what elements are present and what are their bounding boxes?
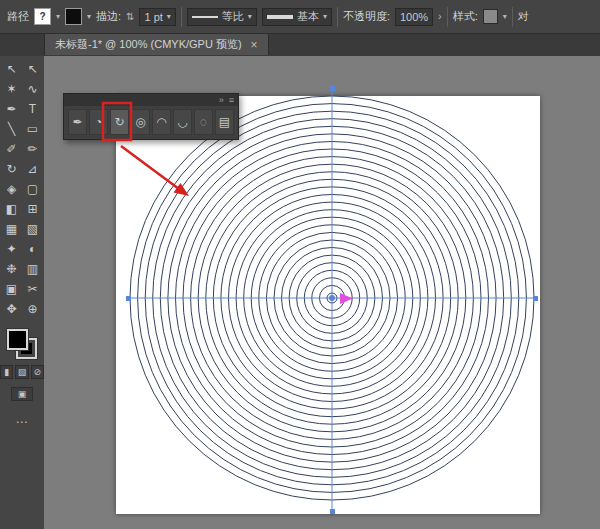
eyedropper-tool-icon[interactable]: ✦ bbox=[1, 239, 22, 259]
paintbrush-tool-icon[interactable]: ✐ bbox=[1, 139, 22, 159]
line-segment-tool-icon[interactable]: ╲ bbox=[1, 119, 22, 139]
center-marker-arrow bbox=[340, 293, 353, 304]
shape-builder-tool-icon[interactable]: ◧ bbox=[1, 199, 22, 219]
opacity-value: 100% bbox=[400, 11, 428, 23]
document-tab-title: 未标题-1* @ 100% (CMYK/GPU 预览) bbox=[55, 37, 242, 52]
stroke-weight-value: 1 pt bbox=[144, 11, 162, 23]
width-profile-dropdown[interactable]: 等比 ▾ bbox=[187, 8, 257, 26]
rotate-circle-icon[interactable]: ↻ bbox=[110, 109, 129, 135]
control-bar: 路径 ? ▾ ▾ 描边: ⇅ 1 pt ▾ 等比 ▾ 基本 ▾ 不透明度: 10… bbox=[0, 0, 600, 34]
pen-tool-icon[interactable]: ✒ bbox=[1, 99, 22, 119]
arc-down-icon[interactable]: ◡ bbox=[173, 109, 192, 135]
guide-anchor-bottom bbox=[330, 509, 335, 514]
arc-up-icon[interactable]: ◠ bbox=[152, 109, 171, 135]
concentric-target-icon[interactable]: ◎ bbox=[131, 109, 150, 135]
brush-definition-label: 基本 bbox=[297, 9, 319, 24]
opacity-field[interactable]: 100% bbox=[395, 8, 433, 26]
quarter-circle-icon[interactable]: ◔ bbox=[89, 109, 108, 135]
stroke-color-swatch[interactable] bbox=[65, 8, 82, 25]
mesh-tool-icon[interactable]: ▦ bbox=[1, 219, 22, 239]
magic-wand-tool-icon[interactable]: ✶ bbox=[1, 79, 22, 99]
opacity-label: 不透明度: bbox=[343, 9, 390, 24]
stroke-weight-stepper-icon[interactable]: ⇅ bbox=[126, 12, 134, 22]
symbol-sprayer-tool-icon[interactable]: ❉ bbox=[1, 259, 22, 279]
more-tools-button[interactable]: ⋯ bbox=[0, 415, 44, 429]
panel-titlebar: » ≡ bbox=[64, 94, 238, 106]
width-profile-preview bbox=[192, 16, 218, 18]
style-dropdown-icon[interactable]: ▾ bbox=[503, 13, 507, 21]
fill-dropdown-icon[interactable]: ▾ bbox=[56, 13, 60, 21]
rotate-tool-icon[interactable]: ↻ bbox=[1, 159, 22, 179]
scale-tool-icon[interactable]: ⊿ bbox=[22, 159, 43, 179]
separator bbox=[181, 7, 182, 27]
lasso-tool-icon[interactable]: ∿ bbox=[22, 79, 43, 99]
none-button[interactable]: ⊘ bbox=[31, 365, 44, 379]
brush-definition-dropdown-icon: ▾ bbox=[323, 13, 327, 21]
fill-stroke-indicator[interactable] bbox=[7, 329, 37, 359]
align-label: 对 bbox=[518, 9, 529, 24]
stroke-weight-field[interactable]: 1 pt ▾ bbox=[139, 8, 175, 26]
blend-tool-icon[interactable]: ◐ bbox=[22, 239, 43, 259]
style-label: 样式: bbox=[453, 9, 478, 24]
pencil-tool-icon[interactable]: ✏ bbox=[22, 139, 43, 159]
gradient-button[interactable]: ▧ bbox=[15, 365, 28, 379]
style-swatch[interactable] bbox=[483, 9, 498, 24]
column-graph-tool-icon[interactable]: ▥ bbox=[22, 259, 43, 279]
slice-tool-icon[interactable]: ✂ bbox=[22, 279, 43, 299]
width-profile-dropdown-icon: ▾ bbox=[248, 13, 252, 21]
stroke-weight-label: 描边: bbox=[96, 9, 121, 24]
stroke-dropdown-icon[interactable]: ▾ bbox=[87, 13, 91, 21]
fill-proxy-swatch[interactable] bbox=[7, 329, 28, 350]
illustrator-window: 路径 ? ▾ ▾ 描边: ⇅ 1 pt ▾ 等比 ▾ 基本 ▾ 不透明度: 10… bbox=[0, 0, 600, 529]
tab-close-icon[interactable]: × bbox=[251, 38, 258, 52]
width-profile-label: 等比 bbox=[222, 9, 244, 24]
color-mode-row: ▮ ▧ ⊘ bbox=[0, 365, 44, 379]
center-anchor-point bbox=[329, 295, 335, 301]
artboard-tool-icon[interactable]: ▣ bbox=[1, 279, 22, 299]
tool-grid: ↖↖✶∿✒T╲▭✐✏↻⊿◈▢◧⊞▦▧✦◐❉▥▣✂✥⊕ bbox=[0, 56, 44, 319]
panel-menu-icon[interactable]: ≡ bbox=[229, 95, 234, 105]
guide-anchor-right bbox=[533, 296, 538, 301]
direct-selection-tool-icon[interactable]: ↖ bbox=[22, 59, 43, 79]
zoom-tool-icon[interactable]: ⊕ bbox=[22, 299, 43, 319]
color-button[interactable]: ▮ bbox=[0, 365, 13, 379]
guides-group bbox=[126, 86, 538, 514]
drawing-mode-row: ▣ bbox=[0, 387, 44, 401]
guide-anchor-left bbox=[126, 296, 131, 301]
drawing-mode-button[interactable]: ▣ bbox=[11, 387, 33, 401]
selection-type-label: 路径 bbox=[7, 9, 29, 24]
fill-color-swatch[interactable]: ? bbox=[34, 8, 51, 25]
panel-button-row: ✒◔↻◎◠◡◌▤ bbox=[64, 106, 238, 138]
floating-tool-panel[interactable]: » ≡ ✒◔↻◎◠◡◌▤ bbox=[63, 93, 239, 140]
panel-collapse-icon[interactable]: » bbox=[219, 95, 224, 105]
width-tool-icon[interactable]: ◈ bbox=[1, 179, 22, 199]
document-tab-bar: 未标题-1* @ 100% (CMYK/GPU 预览) × bbox=[0, 34, 600, 57]
brush-definition-preview bbox=[267, 15, 293, 19]
type-tool-icon[interactable]: T bbox=[22, 99, 43, 119]
free-transform-tool-icon[interactable]: ▢ bbox=[22, 179, 43, 199]
opacity-chevron-icon[interactable]: › bbox=[438, 11, 442, 22]
dashed-circle-icon[interactable]: ◌ bbox=[194, 109, 213, 135]
pen-shape-icon[interactable]: ✒ bbox=[68, 109, 87, 135]
gradient-tool-icon[interactable]: ▧ bbox=[22, 219, 43, 239]
separator bbox=[447, 7, 448, 27]
stroke-weight-dropdown-icon: ▾ bbox=[167, 13, 171, 21]
document-tab[interactable]: 未标题-1* @ 100% (CMYK/GPU 预览) × bbox=[44, 34, 269, 55]
brush-definition-dropdown[interactable]: 基本 ▾ bbox=[262, 8, 332, 26]
hand-tool-icon[interactable]: ✥ bbox=[1, 299, 22, 319]
tools-panel: ↖↖✶∿✒T╲▭✐✏↻⊿◈▢◧⊞▦▧✦◐❉▥▣✂✥⊕ ▮ ▧ ⊘ ▣ ⋯ bbox=[0, 56, 45, 529]
selection-tool-icon[interactable]: ↖ bbox=[1, 59, 22, 79]
rectangle-tool-icon[interactable]: ▭ bbox=[22, 119, 43, 139]
separator bbox=[337, 7, 338, 27]
perspective-grid-tool-icon[interactable]: ⊞ bbox=[22, 199, 43, 219]
separator bbox=[512, 7, 513, 27]
lined-square-icon[interactable]: ▤ bbox=[215, 109, 234, 135]
guide-anchor-top bbox=[330, 86, 335, 91]
